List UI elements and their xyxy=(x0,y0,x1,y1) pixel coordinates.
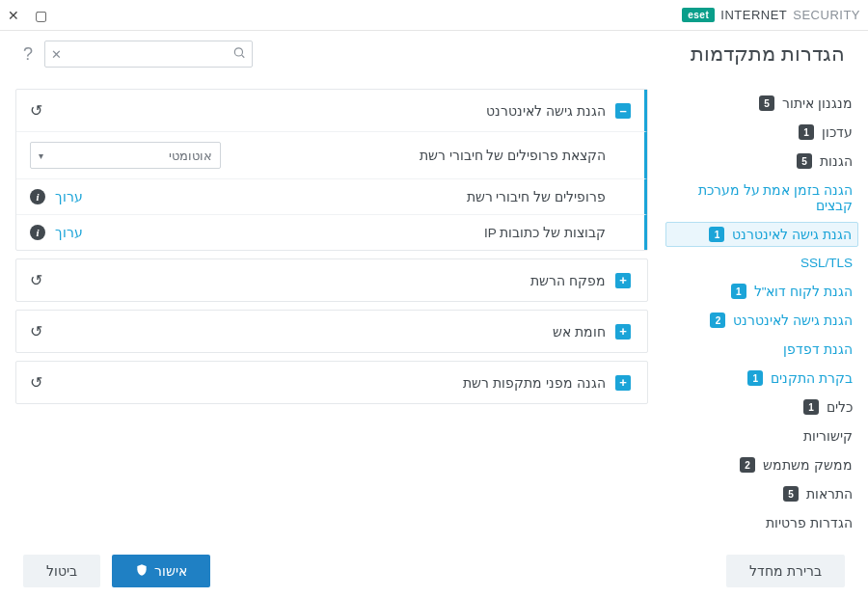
collapse-icon[interactable]: – xyxy=(615,103,631,119)
select-value: אוטומטי xyxy=(169,149,212,163)
shield-icon xyxy=(135,563,149,580)
chevron-down-icon: ▾ xyxy=(39,150,43,161)
sidebar-item-label: הגנת גישה לאינטרנט xyxy=(732,227,852,242)
info-icon[interactable]: i xyxy=(30,189,45,204)
row-label: קבוצות של כתובות IP xyxy=(83,225,606,240)
help-icon[interactable]: ? xyxy=(23,44,33,65)
sidebar-item-label: ממשק משתמש xyxy=(763,457,853,473)
setting-row: הקצאת פרופילים של חיבורי רשתאוטומטי▾ xyxy=(16,131,647,178)
sidebar-item-3[interactable]: הגנה בזמן אמת על מערכת קבצים xyxy=(671,176,853,220)
edit-link[interactable]: ערוך xyxy=(55,225,83,240)
row-label: הקצאת פרופילים של חיבורי רשת xyxy=(221,148,606,163)
brand-logo: eset xyxy=(682,8,715,22)
svg-line-1 xyxy=(242,55,245,58)
panel-3: +הגנה מפני מתקפות רשת↺ xyxy=(15,361,648,404)
badge: 1 xyxy=(803,399,819,415)
sidebar-item-4[interactable]: הגנת גישה לאינטרנט1 xyxy=(665,222,858,247)
ok-label: אישור xyxy=(154,563,187,579)
panel-1: +מפקח הרשת↺ xyxy=(15,258,648,302)
sidebar-item-label: כלים xyxy=(827,399,853,415)
sidebar-item-7[interactable]: הגנת גישה לאינטרנט2 xyxy=(671,306,853,335)
sidebar-item-label: SSL/TLS xyxy=(800,256,853,270)
close-icon[interactable]: ✕ xyxy=(8,8,19,23)
sidebar-item-5[interactable]: SSL/TLS xyxy=(671,249,853,277)
panel-0: –הגנת גישה לאינטרנט↺הקצאת פרופילים של חי… xyxy=(15,89,648,251)
cancel-button[interactable]: ביטול xyxy=(23,555,100,587)
row-label: פרופילים של חיבורי רשת xyxy=(83,189,606,204)
reset-icon[interactable]: ↺ xyxy=(30,322,42,340)
row-control: אוטומטי▾ xyxy=(30,142,221,169)
sidebar-item-label: התראות xyxy=(806,486,853,502)
expand-icon[interactable]: + xyxy=(615,273,631,288)
panel-title: חומת אש xyxy=(42,324,606,340)
sidebar-item-label: הגנה בזמן אמת על מערכת קבצים xyxy=(671,182,853,213)
sidebar-item-2[interactable]: הגנות5 xyxy=(671,147,853,176)
clear-search-icon[interactable]: ✕ xyxy=(51,47,62,62)
expand-icon[interactable]: + xyxy=(615,375,631,391)
sidebar-item-14[interactable]: הגדרות פרטיות xyxy=(671,508,853,537)
sidebar-item-6[interactable]: הגנת לקוח דוא"ל1 xyxy=(671,277,853,306)
reset-icon[interactable]: ↺ xyxy=(30,271,42,289)
badge: 5 xyxy=(759,95,774,111)
brand-text-2: SECURITY xyxy=(793,8,860,22)
panel-header[interactable]: +הגנה מפני מתקפות רשת↺ xyxy=(16,362,647,403)
brand-text-1: INTERNET xyxy=(720,8,787,22)
titlebar: ✕ ▢ eset INTERNET SECURITY xyxy=(0,0,868,31)
panel-header[interactable]: +מפקח הרשת↺ xyxy=(16,259,647,301)
maximize-icon[interactable]: ▢ xyxy=(35,8,47,23)
sidebar-item-1[interactable]: עדכון1 xyxy=(671,118,853,147)
sidebar-item-label: עדכון xyxy=(822,124,853,140)
search-icon xyxy=(232,46,246,63)
badge: 5 xyxy=(783,486,799,502)
panel-title: מפקח הרשת xyxy=(42,273,606,288)
panel-2: +חומת אש↺ xyxy=(15,310,648,353)
badge: 2 xyxy=(740,457,755,473)
sidebar-item-10[interactable]: כלים1 xyxy=(671,393,853,421)
sidebar-item-13[interactable]: התראות5 xyxy=(671,479,853,508)
sidebar-item-label: בקרת התקנים xyxy=(771,370,853,386)
reset-icon[interactable]: ↺ xyxy=(30,101,42,120)
info-icon[interactable]: i xyxy=(30,225,45,240)
sidebar-item-label: הגנת גישה לאינטרנט xyxy=(733,313,853,328)
row-control: ערוךi xyxy=(30,189,83,204)
row-control: ערוךi xyxy=(30,225,83,240)
panel-header[interactable]: –הגנת גישה לאינטרנט↺ xyxy=(16,90,647,131)
sidebar-item-label: הגדרות פרטיות xyxy=(766,515,853,530)
sidebar: מנגנון איתור5עדכון1הגנות5הגנה בזמן אמת ע… xyxy=(671,77,868,544)
badge: 1 xyxy=(709,227,724,242)
sidebar-item-9[interactable]: בקרת התקנים1 xyxy=(671,364,853,393)
brand: eset INTERNET SECURITY xyxy=(682,8,860,22)
setting-row: קבוצות של כתובות IPערוךi xyxy=(16,214,647,250)
search-input[interactable] xyxy=(45,41,252,67)
sidebar-item-label: הגנת דפדפן xyxy=(783,341,853,357)
content: –הגנת גישה לאינטרנט↺הקצאת פרופילים של חי… xyxy=(0,77,671,544)
sidebar-item-0[interactable]: מנגנון איתור5 xyxy=(671,89,853,118)
reset-icon[interactable]: ↺ xyxy=(30,373,42,392)
header: הגדרות מתקדמות ✕ ? xyxy=(0,31,868,77)
badge: 2 xyxy=(710,313,725,328)
ok-button[interactable]: אישור xyxy=(112,555,210,587)
expand-icon[interactable]: + xyxy=(615,324,631,340)
badge: 1 xyxy=(799,124,814,140)
sidebar-item-label: קישוריות xyxy=(803,428,853,444)
badge: 1 xyxy=(731,284,746,299)
sidebar-item-12[interactable]: ממשק משתמש2 xyxy=(671,450,853,479)
badge: 1 xyxy=(747,370,763,386)
search-box[interactable]: ✕ xyxy=(44,41,253,68)
default-button[interactable]: ברירת מחדל xyxy=(726,555,845,587)
sidebar-item-8[interactable]: הגנת דפדפן xyxy=(671,335,853,364)
badge: 5 xyxy=(797,153,812,169)
footer: ברירת מחדל אישור ביטול xyxy=(0,544,868,598)
sidebar-item-11[interactable]: קישוריות xyxy=(671,421,853,450)
profile-select[interactable]: אוטומטי▾ xyxy=(30,142,221,169)
setting-row: פרופילים של חיבורי רשתערוךi xyxy=(16,178,647,214)
panel-header[interactable]: +חומת אש↺ xyxy=(16,311,647,352)
sidebar-item-label: הגנת לקוח דוא"ל xyxy=(754,284,853,299)
sidebar-item-label: מנגנון איתור xyxy=(782,95,853,111)
panel-title: הגנת גישה לאינטרנט xyxy=(42,103,606,119)
edit-link[interactable]: ערוך xyxy=(55,189,83,204)
svg-point-0 xyxy=(234,48,242,56)
sidebar-item-label: הגנות xyxy=(820,153,853,169)
panel-title: הגנה מפני מתקפות רשת xyxy=(42,375,606,391)
page-title: הגדרות מתקדמות xyxy=(691,42,845,66)
